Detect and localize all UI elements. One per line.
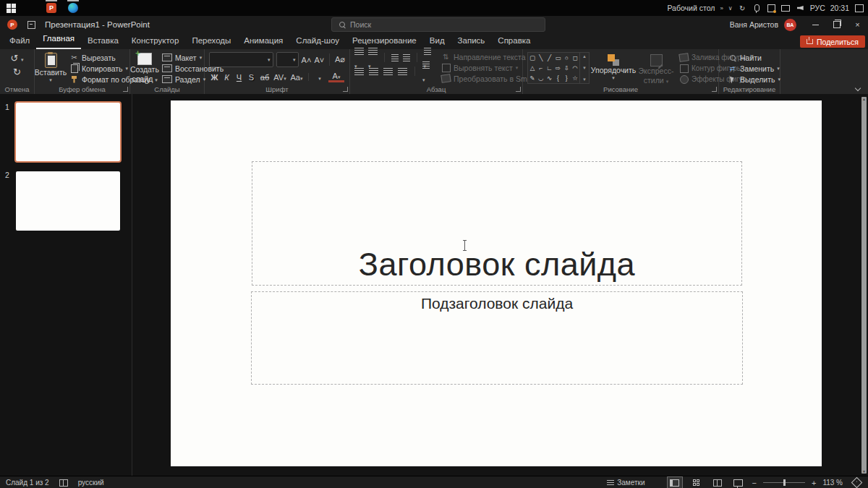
desktop-label[interactable]: Рабочий стол <box>667 4 715 12</box>
slideshow-button[interactable] <box>731 477 746 488</box>
tab-home[interactable]: Главная <box>36 32 81 49</box>
select-button[interactable]: Выделить▾ <box>725 74 780 85</box>
tray-app-badge-icon[interactable] <box>767 4 776 13</box>
taskbar-edge-button[interactable] <box>62 0 84 16</box>
minimize-button[interactable] <box>805 16 826 33</box>
tab-animations[interactable]: Анимация <box>237 33 289 49</box>
zoom-slider-handle[interactable] <box>783 479 786 486</box>
tray-expand-icon[interactable]: ∨ <box>728 5 733 12</box>
fit-to-window-button[interactable] <box>849 477 864 488</box>
change-case-button[interactable]: Aa▾ <box>289 73 305 82</box>
slide-counter[interactable]: Слайд 1 из 2 <box>6 479 49 487</box>
tray-volume-icon[interactable] <box>796 4 805 13</box>
shapes-scroll-up-icon[interactable]: ▲ <box>582 54 587 59</box>
align-left-button[interactable] <box>354 65 364 78</box>
shape-outline-icon <box>679 64 689 73</box>
slide-editor[interactable]: Заголовок слайда Подзаголовок слайда <box>171 100 822 466</box>
thumbnail-number: 1 <box>5 103 9 111</box>
shapes-more-icon[interactable]: ▼ <box>582 77 587 82</box>
restore-button[interactable] <box>826 16 847 33</box>
spellcheck-icon[interactable] <box>59 479 68 487</box>
vertical-scrollbar[interactable]: ▲▼ <box>861 97 867 474</box>
shapes-scroll-down-icon[interactable]: ▼ <box>582 66 587 70</box>
underline-button[interactable]: Ч <box>234 73 244 82</box>
tray-display-icon[interactable] <box>781 4 791 13</box>
align-center-button[interactable] <box>369 65 378 78</box>
tab-design[interactable]: Конструктор <box>125 33 186 49</box>
shrink-font-button[interactable]: А˅ <box>314 56 324 64</box>
grow-font-button[interactable]: А˄ <box>302 56 312 64</box>
slide-thumbnail-1[interactable] <box>14 101 122 163</box>
zoom-slider[interactable] <box>763 482 805 483</box>
highlight-color-button[interactable]: ▾ <box>312 73 327 82</box>
clipboard-dialog-launcher[interactable] <box>123 87 128 92</box>
italic-button[interactable]: К <box>221 73 232 82</box>
arrange-button[interactable]: Упорядочить▾ <box>592 53 634 87</box>
slide-sorter-button[interactable] <box>689 477 704 488</box>
taskbar: P Рабочий стол » ∨ ↻ РУС 20:31 <box>0 0 868 16</box>
zoom-level[interactable]: 113 % <box>822 479 843 487</box>
share-button[interactable]: Поделиться <box>800 35 865 48</box>
close-button[interactable]: × <box>847 16 868 33</box>
tray-mic-icon[interactable] <box>752 4 762 13</box>
smartart-icon <box>441 74 451 83</box>
paragraph-dialog-launcher[interactable] <box>516 87 521 92</box>
character-spacing-button[interactable]: AV▾ <box>273 73 287 82</box>
tab-help[interactable]: Справка <box>491 33 537 49</box>
subtitle-placeholder[interactable]: Подзаголовок слайда <box>251 291 743 385</box>
font-name-combobox[interactable]: ▾ <box>209 52 273 67</box>
bold-button[interactable]: Ж <box>209 73 220 82</box>
columns-button[interactable]: ▾ <box>422 59 431 85</box>
replace-button[interactable]: ⇄Заменить▾ <box>725 63 780 74</box>
window-title: Презентация1 - PowerPoint <box>45 20 150 29</box>
editing-group-label: Редактирование <box>719 85 780 93</box>
action-center-icon[interactable] <box>854 4 864 13</box>
decrease-indent-button[interactable] <box>391 51 399 64</box>
redo-button[interactable]: ↻ <box>13 67 21 77</box>
clock[interactable]: 20:31 <box>830 4 849 12</box>
clear-formatting-button[interactable]: А⌀ <box>335 55 345 64</box>
justify-button[interactable] <box>398 65 407 78</box>
align-right-button[interactable] <box>383 65 393 78</box>
copy-icon <box>69 64 79 73</box>
save-icon[interactable] <box>27 21 35 29</box>
text-shadow-button[interactable]: S <box>246 73 257 82</box>
undo-button[interactable]: ↺ ▾ <box>10 53 23 64</box>
tab-transitions[interactable]: Переходы <box>185 33 237 49</box>
title-placeholder[interactable]: Заголовок слайда <box>252 161 742 286</box>
search-input[interactable]: Поиск <box>331 17 545 32</box>
strikethrough-button[interactable]: аб <box>258 73 271 82</box>
drawing-dialog-launcher[interactable] <box>712 87 717 92</box>
paste-button[interactable]: Вставить▾ <box>35 51 67 86</box>
user-name[interactable]: Ваня Аристов <box>730 20 778 29</box>
reset-icon <box>162 64 172 72</box>
taskbar-powerpoint-button[interactable]: P <box>41 0 62 16</box>
increase-indent-button[interactable] <box>403 51 410 64</box>
shapes-gallery[interactable]: ▢╲╱▭○◻ △⌐∟⇨⇩◠ ✎◡∿{}☆ ▲ ▼ ▼ <box>527 52 590 84</box>
font-group-label: Шрифт <box>205 85 349 93</box>
find-button[interactable]: Найти <box>725 52 780 63</box>
tab-record[interactable]: Запись <box>451 33 492 49</box>
collapse-ribbon-icon[interactable] <box>855 85 861 91</box>
tab-slideshow[interactable]: Слайд-шоу <box>289 33 346 49</box>
language-status[interactable]: русский <box>78 479 104 487</box>
drawing-group-label: Рисование <box>523 85 718 93</box>
tab-file[interactable]: Файл <box>3 33 36 49</box>
slide-thumbnail-2[interactable] <box>16 171 120 231</box>
zoom-in-button[interactable]: + <box>812 479 816 487</box>
font-dialog-launcher[interactable] <box>343 87 348 92</box>
reading-view-button[interactable] <box>710 477 725 488</box>
quick-styles-button[interactable]: Экспресс- стили ▾ <box>636 53 676 87</box>
notes-button[interactable]: Заметки <box>607 479 644 487</box>
language-indicator[interactable]: РУС <box>810 4 825 12</box>
avatar[interactable]: ВА <box>784 19 796 31</box>
new-slide-button[interactable]: Создать слайд ▾ <box>130 51 159 86</box>
normal-view-button[interactable] <box>667 476 683 488</box>
tab-insert[interactable]: Вставка <box>81 33 125 49</box>
tray-sync-icon[interactable]: ↻ <box>738 4 747 13</box>
zoom-out-button[interactable]: − <box>752 479 757 487</box>
start-button[interactable] <box>0 0 22 16</box>
desktops-chevron-icon[interactable]: » <box>720 5 723 12</box>
font-color-button[interactable]: А▾ <box>328 72 344 82</box>
font-size-combobox[interactable]: ▾ <box>276 52 299 67</box>
